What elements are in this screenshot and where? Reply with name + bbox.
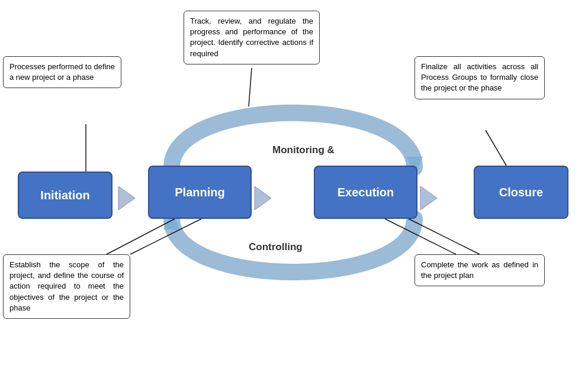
callout-planning: Establish the scope of the project, and … xyxy=(3,254,130,319)
svg-line-7 xyxy=(107,219,175,254)
svg-marker-11 xyxy=(118,186,135,210)
initiation-box: Initiation xyxy=(18,172,113,219)
monitoring-label: Monitoring & xyxy=(272,144,335,156)
svg-line-8 xyxy=(130,219,201,254)
svg-line-6 xyxy=(486,130,506,166)
svg-line-10 xyxy=(409,219,480,254)
callout-execution: Complete the work as defined in the proj… xyxy=(415,254,545,286)
callout-initiation-text: Processes performed to define a new proj… xyxy=(9,62,115,82)
callout-monitoring-text: Track, review, and regulate the progress… xyxy=(190,17,313,58)
planning-label: Planning xyxy=(175,186,224,199)
callout-monitoring: Track, review, and regulate the progress… xyxy=(184,11,320,64)
execution-label: Execution xyxy=(338,186,394,199)
svg-line-5 xyxy=(249,68,252,106)
svg-marker-12 xyxy=(255,186,271,210)
execution-box: Execution xyxy=(314,166,417,219)
callout-closure: Finalize all activities across all Proce… xyxy=(415,56,545,99)
initiation-label: Initiation xyxy=(40,189,89,202)
closure-label: Closure xyxy=(499,186,543,199)
callout-closure-text: Finalize all activities across all Proce… xyxy=(421,62,538,92)
controlling-label: Controlling xyxy=(249,241,303,253)
callout-initiation: Processes performed to define a new proj… xyxy=(3,56,121,88)
planning-box: Planning xyxy=(148,166,252,219)
svg-line-9 xyxy=(385,219,456,254)
callout-execution-text: Complete the work as defined in the proj… xyxy=(421,260,538,280)
diagram-container: Initiation Planning Execution Closure Mo… xyxy=(0,0,588,372)
svg-marker-13 xyxy=(420,186,437,210)
closure-box: Closure xyxy=(474,166,568,219)
callout-planning-text: Establish the scope of the project, and … xyxy=(9,260,124,312)
